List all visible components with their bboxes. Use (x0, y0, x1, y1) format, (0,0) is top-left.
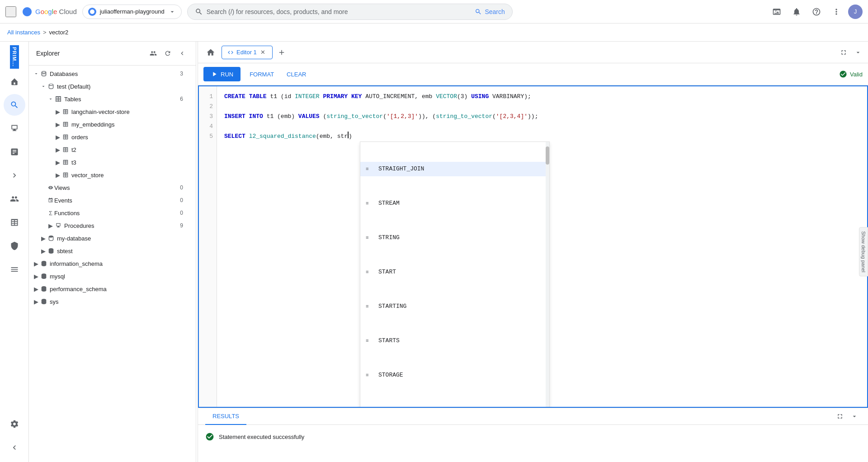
t2-toggle: ▶ (54, 146, 61, 153)
icon-sidebar: PRIM... (0, 42, 29, 462)
sidebar-people-item[interactable] (4, 188, 25, 210)
table-langchain-label: langchain-vector-store (71, 108, 183, 115)
info-schema-toggle: ▶ (33, 260, 40, 267)
editor-area: Editor 1 ✕ RUN FORMAT CLEAR (198, 42, 868, 462)
autocomplete-item-starts[interactable]: ≡ STARTS (360, 334, 549, 348)
vector-store-icon (61, 171, 70, 179)
search-bar-container[interactable]: Search (187, 4, 513, 20)
autocomplete-item-starting[interactable]: ≡ STARTING (360, 299, 549, 314)
test-db[interactable]: test (Default) ⋮ (29, 80, 196, 93)
refresh-button[interactable] (161, 47, 174, 60)
events-node[interactable]: Events 0 ⋮ (29, 194, 196, 207)
sys-icon (40, 297, 48, 306)
results-section: RESULTS Statement executed successfully (198, 408, 868, 462)
autocomplete-item-string[interactable]: ≡ STRING (360, 231, 549, 245)
info-schema-label: information_schema (50, 260, 183, 267)
line-numbers: 1 2 3 4 5 (199, 86, 217, 407)
sidebar-home-item[interactable] (4, 71, 25, 92)
table-my-embeddings[interactable]: ▶ my_embeddings ⋮ (29, 118, 196, 131)
t2-icon (61, 146, 70, 154)
search-input[interactable] (207, 8, 472, 15)
editor-options-button[interactable] (852, 46, 864, 59)
table-langchain[interactable]: ▶ langchain-vector-store ⋮ (29, 105, 196, 118)
events-label: Events (54, 197, 178, 204)
tables-label: Tables (64, 96, 178, 103)
hamburger-menu[interactable] (5, 6, 16, 17)
sidebar-search-item[interactable] (4, 94, 25, 116)
breadcrumb-all-instances[interactable]: All instances (7, 29, 40, 36)
autocomplete-item-straight-join[interactable]: ≡ STRAIGHT_JOIN (360, 162, 549, 176)
cloud-shell-button[interactable] (769, 4, 785, 20)
information-schema-node[interactable]: ▶ information_schema ⋮ (29, 257, 196, 270)
sys-label: sys (50, 298, 183, 305)
home-tab[interactable] (202, 43, 220, 61)
sidebar-collapse-item[interactable] (4, 437, 25, 458)
test-toggle (40, 83, 47, 90)
project-selector[interactable]: juliaofferman-playground (82, 5, 182, 19)
views-node[interactable]: Views 0 ⋮ (29, 181, 196, 194)
sidebar-list-item[interactable] (4, 259, 25, 280)
main-layout: PRIM... (0, 42, 868, 462)
table-t3[interactable]: ▶ t3 ⋮ (29, 156, 196, 169)
help-button[interactable] (808, 4, 825, 20)
databases-root[interactable]: Databases 3 ⋮ (29, 67, 196, 80)
my-database-label: my-database (57, 235, 183, 242)
google-cloud-logo[interactable]: Google Cloud (22, 6, 77, 17)
editor-tabs: Editor 1 ✕ (198, 42, 868, 63)
mysql-label: mysql (50, 273, 183, 280)
search-input-icon (195, 8, 203, 16)
my-database-toggle: ▶ (40, 235, 47, 242)
code-content[interactable]: CREATE TABLE t1 (id INTEGER PRIMARY KEY … (217, 86, 867, 407)
collapse-results-button[interactable] (848, 410, 861, 423)
user-avatar[interactable]: J (848, 5, 863, 19)
performance-schema-node[interactable]: ▶ performance_schema ⋮ (29, 283, 196, 295)
more-options-button[interactable] (828, 4, 844, 20)
debug-panel-handle[interactable]: Show debug panel (859, 227, 868, 276)
expand-editor-button[interactable] (837, 46, 850, 59)
databases-label: Databases (50, 71, 178, 77)
clear-button[interactable]: CLEAR (283, 68, 310, 80)
notifications-button[interactable] (788, 4, 805, 20)
sidebar-monitor-item[interactable] (4, 118, 25, 139)
keyword-icon-5: ≡ (366, 302, 375, 311)
sidebar-table-item[interactable] (4, 212, 25, 233)
test-db-icon (47, 82, 55, 90)
mysql-node[interactable]: ▶ mysql ⋮ (29, 270, 196, 283)
procedures-node[interactable]: ▶ Procedures 9 ⋮ (29, 219, 196, 232)
autocomplete-item-start[interactable]: ≡ START (360, 265, 549, 279)
table-vector-store[interactable]: ▶ vector_store ⋮ (29, 169, 196, 181)
sidebar-shield-item[interactable] (4, 235, 25, 257)
table-orders[interactable]: ▶ orders ⋮ (29, 131, 196, 143)
sidebar-plugin-item[interactable] (4, 165, 25, 186)
format-button[interactable]: FORMAT (246, 68, 278, 80)
editor-1-close[interactable]: ✕ (259, 49, 267, 56)
sbtest-label: sbtest (57, 248, 183, 255)
fullscreen-results-button[interactable] (834, 410, 846, 423)
editor-1-tab[interactable]: Editor 1 ✕ (222, 46, 273, 59)
add-tab-button[interactable] (274, 45, 289, 60)
sidebar-settings-item[interactable] (4, 413, 25, 435)
autocomplete-item-storage[interactable]: ≡ STORAGE (360, 368, 549, 382)
code-editor[interactable]: 1 2 3 4 5 CREATE TABLE t1 (id INTEGER PR… (198, 85, 868, 408)
tables-toggle (47, 95, 54, 103)
functions-node[interactable]: Σ Functions 0 ⋮ (29, 207, 196, 219)
procedures-label: Procedures (64, 222, 178, 229)
add-schema-button[interactable] (147, 47, 160, 60)
my-database-node[interactable]: ▶ my-database ⋮ (29, 232, 196, 245)
run-button[interactable]: RUN (203, 67, 241, 81)
databases-toggle (33, 70, 40, 77)
autocomplete-scrollbar-thumb (546, 146, 549, 165)
tables-node[interactable]: Tables 6 ⋮ (29, 93, 196, 105)
my-embeddings-toggle: ▶ (54, 121, 61, 128)
autocomplete-item-stored[interactable]: ≡ STORED (360, 402, 549, 407)
search-button[interactable]: Search (475, 8, 505, 15)
sidebar-chart-item[interactable] (4, 141, 25, 163)
sys-toggle: ▶ (33, 298, 40, 305)
table-t2[interactable]: ▶ t2 ⋮ (29, 143, 196, 156)
collapse-all-button[interactable] (176, 47, 189, 60)
autocomplete-item-stream[interactable]: ≡ STREAM (360, 196, 549, 211)
sys-node[interactable]: ▶ sys ⋮ (29, 295, 196, 308)
results-tab[interactable]: RESULTS (205, 408, 246, 425)
code-line-5: SELECT l2_squared_distance(emb, str) ≡ S… (224, 132, 860, 141)
sbtest-node[interactable]: ▶ sbtest ⋮ (29, 245, 196, 257)
